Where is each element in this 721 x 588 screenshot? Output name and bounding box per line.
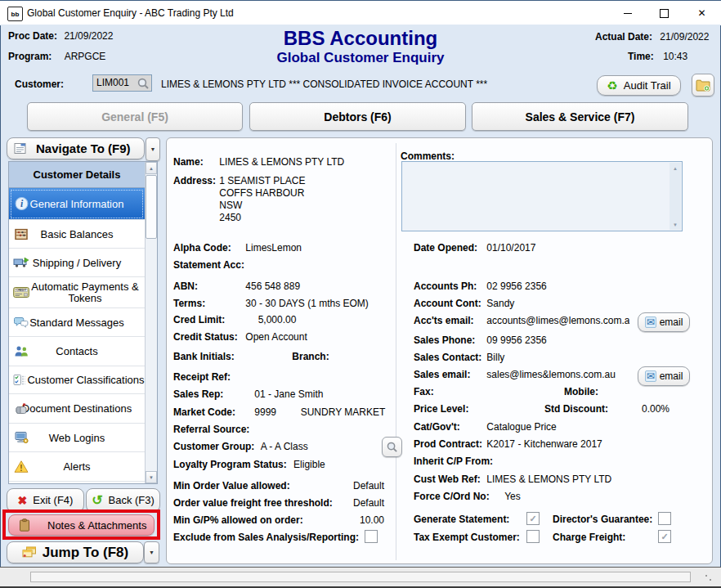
tax-exempt-checkbox[interactable] [526,530,540,543]
navigate-to-button[interactable]: Navigate To (F9) [7,137,145,159]
name-label: Name: [173,156,217,168]
scroll-up-button[interactable]: ▲ [146,162,157,174]
sidebar-item-custom-fields[interactable]: Custom Fields / [9,482,145,484]
sales-email-button[interactable]: ✉ email [638,366,690,386]
cust-web-ref-label: Cust Web Ref: [414,474,484,486]
customer-code-value: LIM001 [96,77,129,88]
sidebar-item-label: Contacts [56,345,97,357]
field-address: Address: 1 SEAMIST PLACE COFFS HARBOUR N… [173,175,306,224]
sidebar-item-automatic-payments[interactable]: CREDIT Automatic Payments & Tokens [9,277,145,308]
field-sales-email: Sales email: sales@limes&lemons.com.au [414,369,616,381]
tax-exempt-label: Tax Exempt Customer: [414,532,520,543]
exit-icon: ✖ [18,494,28,507]
field-abn: ABN: 456 548 889 [173,281,300,293]
field-credit-status: Credit Status: Open Account [173,331,307,343]
close-button[interactable]: ✕ [683,1,720,25]
jump-to-button[interactable]: Jump To (F8) [7,541,144,563]
maximize-icon [660,9,669,18]
minimize-button[interactable] [609,1,646,25]
cat-govt-value: Catalogue Price [486,421,556,433]
field-prod-contract: Prod Contract: K2017 - Kitchenware 2017 [414,438,602,451]
address-line: NSW [219,200,305,212]
nav-scrollbar[interactable]: ▲ ▼ [145,162,157,483]
tab-debtors[interactable]: Debtors (F6) [249,102,466,131]
application-window: bb Global Customer Enquiry - ABC Trading… [0,0,721,588]
jump-to-label: Jump To (F8) [43,545,128,561]
sidebar-item-label: Web Logins [49,432,105,444]
field-generate-statement: Generate Statement: ✓ Director's Guarant… [414,514,683,526]
back-button[interactable]: ↺ Back (F3) [86,488,160,512]
customer-group-search-button[interactable] [382,437,402,457]
account-cont-value: Sandy [486,298,514,309]
freight-free-value: Default [322,497,384,509]
sidebar-item-basic-balances[interactable]: Basic Balances [9,220,145,249]
title-bar[interactable]: bb Global Customer Enquiry - ABC Trading… [0,0,721,25]
navigate-to-dropdown[interactable]: ▼ [146,137,160,161]
directors-guarantee-label: Director's Guarantee: [553,514,652,526]
field-statement-acc: Statement Acc: [173,259,243,272]
fax-label: Fax: [414,386,484,398]
min-gp-label: Min G/P% allowed on order: [173,514,303,526]
maximize-button[interactable] [646,1,683,25]
sidebar-item-alerts[interactable]: ! Alerts [9,452,145,482]
date-opened-value: 01/10/2017 [486,242,535,254]
resize-grip[interactable] [705,574,713,582]
sales-contact-value: Billy [486,352,504,363]
info-icon: i [13,197,29,211]
sidebar-item-label: Customer Classifications [27,374,144,386]
tab-general[interactable]: General (F5) [27,102,243,131]
accts-email-button[interactable]: ✉ email [638,312,690,332]
cust-web-ref-value: LIMES & LEMONS PTY LTD [486,474,611,485]
audit-trail-button[interactable]: ♻ Audit Trail [597,75,681,96]
customer-group-value: A - A Class [261,441,308,452]
form-icon [14,142,27,155]
field-name: Name: LIMES & LEMONS PTY LTD [173,156,344,168]
sidebar-item-web-logins[interactable]: Web Logins [9,424,145,452]
exit-button[interactable]: ✖ Exit (F4) [7,488,84,512]
customer-search-icon[interactable] [137,77,150,90]
customer-label: Customer: [15,79,64,91]
tab-sales-service[interactable]: Sales & Service (F7) [472,102,688,131]
scroll-down-button[interactable]: ▼ [146,471,157,483]
branch-label: Branch: [292,351,329,362]
sidebar-item-label: General Information [30,198,124,210]
scroll-down-icon[interactable]: ▼ [670,219,681,230]
back-icon: ↺ [92,495,102,506]
jump-to-dropdown[interactable]: ▼ [144,541,159,563]
directors-guarantee-checkbox[interactable] [658,512,671,525]
comments-scrollbar[interactable]: ▲ ▼ [670,163,681,230]
sidebar-item-shipping-delivery[interactable]: Shipping / Delivery [9,249,145,277]
sidebar-item-document-destinations[interactable]: Document Destinations [9,394,145,424]
field-inherit-cp: Inherit C/P From: [414,456,493,468]
charge-freight-checkbox[interactable]: ✓ [658,530,671,543]
scrollbar-thumb[interactable] [146,175,157,239]
open-folder-button[interactable] [692,74,714,97]
sidebar-item-standard-messages[interactable]: Standard Messages [9,308,145,337]
actual-date-label: Actual Date: [595,31,652,43]
sidebar-item-contacts[interactable]: Contacts [9,337,145,366]
customer-name: LIMES & LEMONS PTY LTD *** CONSOLIDATED … [161,79,487,91]
comments-textarea[interactable]: ▲ ▼ [401,161,683,231]
actual-date: Actual Date: 21/09/2022 [595,31,709,43]
address-line: COFFS HARBOUR [219,187,305,200]
scroll-up-icon[interactable]: ▲ [670,163,681,173]
exclude-checkbox[interactable] [365,530,378,543]
status-bar [0,568,721,586]
sidebar-item-general-information[interactable]: i General Information [9,188,145,220]
accounts-ph-value: 02 9956 2356 [486,281,546,292]
date-opened-label: Date Opened: [414,242,484,254]
field-sales-contact: Sales Contact: Billy [414,352,504,364]
address-line: 2450 [219,212,305,224]
terms-value: 30 - 30 DAYS (1 mths EOM) [245,298,369,309]
freight-free-label: Order value freight free threshold: [173,497,333,509]
sidebar-item-customer-classifications[interactable]: Customer Classifications [9,366,145,394]
cascade-windows-icon [22,546,37,559]
min-order-label: Min Order Value allowed: [173,480,290,491]
customer-code-input[interactable]: LIM001 [92,74,152,92]
address-line: 1 SEAMIST PLACE [219,175,305,187]
tab-sales-service-label: Sales & Service (F7) [526,110,635,123]
exit-label: Exit (F4) [33,494,73,506]
alpha-code-label: Alpha Code: [173,242,243,254]
generate-statement-checkbox[interactable]: ✓ [526,512,540,525]
notes-attachments-button[interactable]: Notes & Attachments [8,514,154,536]
